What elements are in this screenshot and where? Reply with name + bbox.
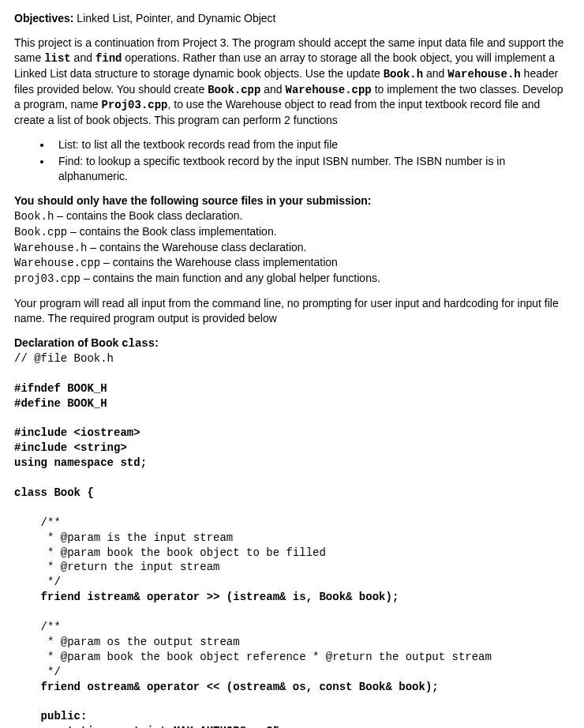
code-line: #include <string>	[14, 441, 127, 454]
objectives-label: Objectives:	[14, 12, 73, 24]
code-block: // @file Book.h #ifndef BOOK_H #define B…	[14, 351, 570, 728]
code-line: using namespace std;	[14, 456, 147, 469]
code-line: #include <iostream>	[14, 426, 140, 439]
code-line: public:	[14, 710, 87, 722]
file-desc: – contains the Book class implementation…	[67, 225, 276, 238]
code-line: * @param book the book object reference …	[14, 651, 492, 663]
file-desc: – contains the Warehouse class implement…	[100, 256, 338, 268]
code-line: * @param os the output stream	[14, 636, 240, 648]
list-item: List: to list all the textbook records r…	[52, 137, 570, 152]
list-item: Find: to lookup a specific textbook reco…	[52, 154, 570, 184]
file-desc: – contains the Warehouse class declarati…	[87, 241, 306, 253]
file-name: Book.h	[14, 210, 54, 223]
code-line: * @param is the input stream	[14, 531, 233, 544]
file-line: proj03.cpp – contains the main function …	[14, 271, 570, 287]
intro-text-2: and	[71, 51, 95, 64]
file-line: Warehouse.cpp – contains the Warehouse c…	[14, 255, 570, 271]
declaration-header: Declaration of Book class:	[14, 336, 570, 351]
intro-text-6: and	[260, 83, 285, 96]
file-name: Book.cpp	[14, 226, 67, 238]
code-word-proj03: Proj03.cpp	[102, 99, 168, 111]
file-desc: – contains the Book class declaration.	[54, 209, 242, 222]
functions-list: List: to list all the textbook records r…	[14, 137, 570, 184]
code-word-list: list	[44, 52, 71, 65]
code-line: friend istream& operator >> (istream& is…	[14, 591, 399, 603]
declaration-class-word: class	[122, 337, 155, 350]
code-word-find: find	[95, 52, 122, 65]
code-word-warehousecpp: Warehouse.cpp	[286, 84, 372, 96]
file-name: proj03.cpp	[14, 272, 80, 285]
code-line: static const int MAX_AUTHORS = 35;	[14, 725, 286, 728]
file-line: Book.cpp – contains the Book class imple…	[14, 224, 570, 240]
code-word-bookh: Book.h	[384, 68, 423, 81]
file-desc: – contains the main function and any glo…	[80, 272, 380, 284]
objectives-text: Linked List, Pointer, and Dynamic Object	[73, 12, 275, 24]
code-line: /**	[14, 516, 61, 529]
submission-block: You should only have the following sourc…	[14, 193, 570, 287]
code-word-bookcpp: Book.cpp	[208, 84, 260, 96]
code-word-warehouseh: Warehouse.h	[447, 68, 520, 81]
file-name: Warehouse.h	[14, 242, 87, 254]
file-line: Warehouse.h – contains the Warehouse cla…	[14, 240, 570, 256]
submission-header: You should only have the following sourc…	[14, 193, 570, 208]
file-name: Warehouse.cpp	[14, 257, 100, 269]
code-line: #ifndef BOOK_H	[14, 382, 107, 395]
code-line: */	[14, 666, 61, 678]
code-line: * @return the input stream	[14, 561, 219, 573]
code-line: #define BOOK_H	[14, 397, 107, 410]
code-line: friend ostream& operator << (ostream& os…	[14, 681, 439, 693]
code-line: */	[14, 576, 61, 588]
intro-text-4: and	[423, 67, 447, 80]
declaration-pre: Declaration of Book	[14, 336, 122, 349]
objectives-line: Objectives: Linked List, Pointer, and Dy…	[14, 11, 570, 26]
declaration-post: :	[155, 336, 159, 349]
cmdline-paragraph: Your program will read all input from th…	[14, 296, 570, 326]
code-line: /**	[14, 621, 61, 633]
code-line: // @file Book.h	[14, 352, 114, 365]
file-line: Book.h – contains the Book class declara…	[14, 208, 570, 224]
intro-paragraph: This project is a continuation from Proj…	[14, 36, 570, 128]
code-line: * @param book the book object to be fill…	[14, 546, 326, 559]
code-line: class Book {	[14, 486, 94, 499]
